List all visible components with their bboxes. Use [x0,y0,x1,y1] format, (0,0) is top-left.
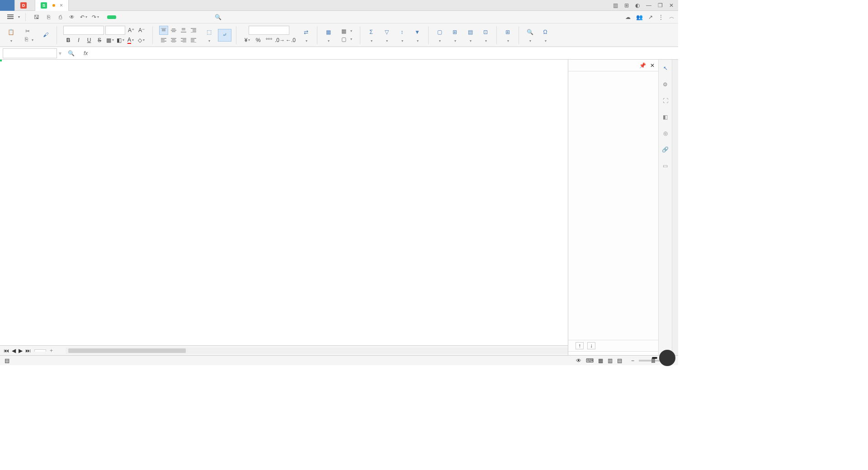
sum-button[interactable]: Σ [365,27,377,44]
tab-start[interactable] [107,15,116,19]
tab-template[interactable]: D [15,0,35,11]
clear-format-button[interactable]: ◇ [137,36,146,45]
align-center-icon[interactable] [169,36,178,45]
wrap-text-button[interactable]: ⤶ [218,29,231,42]
align-left-icon[interactable] [159,36,168,45]
dec-decimal-icon[interactable]: ←.0 [286,36,295,45]
style-icon[interactable]: ◧ [661,113,670,121]
save-as-icon[interactable]: ⎘ [45,14,52,21]
worksheet-button[interactable]: ▤ [464,27,476,44]
italic-button[interactable]: I [74,36,83,45]
status-mode-icon[interactable]: ▤ [5,357,9,364]
tab-insert[interactable] [117,15,126,19]
align-bottom-icon[interactable] [179,26,188,35]
fill-button[interactable]: ▼ [411,27,424,44]
fx-icon[interactable]: fx [84,50,88,56]
move-up-button[interactable]: ↑ [576,342,584,349]
tab-data[interactable] [147,15,156,19]
font-shrink-icon[interactable]: A⁻ [137,26,146,35]
table-tools-button[interactable]: ⊞ [501,27,514,44]
vertical-scrollbar[interactable] [672,60,678,355]
find-button[interactable]: 🔍 [524,27,536,44]
redo-icon[interactable]: ↷ [92,14,99,21]
cell-style-button[interactable]: ▢ [339,36,354,43]
format-painter-button[interactable]: 🖌 [39,29,52,41]
tab-home[interactable] [0,0,15,11]
layout-icon[interactable]: ▥ [613,2,618,9]
pointer-tool-icon[interactable]: ↖ [661,64,670,72]
border-button[interactable]: ▦ [105,36,114,45]
zoom-out-icon[interactable]: − [631,357,634,364]
target-icon[interactable]: ◎ [661,129,670,137]
indent-decrease-icon[interactable] [189,26,198,35]
inc-decimal-icon[interactable]: .0→ [275,36,284,45]
tab-layout[interactable] [127,15,136,19]
sheet-nav-first-icon[interactable]: ⏮ [4,348,9,354]
spreadsheet-grid[interactable] [0,60,568,345]
move-down-button[interactable]: ↓ [587,342,595,349]
indent-increase-icon[interactable] [189,36,198,45]
strike-button[interactable]: S [95,36,104,45]
eye-icon[interactable]: 👁 [576,357,581,364]
tab-view[interactable] [167,15,176,19]
tab-review[interactable] [157,15,166,19]
underline-button[interactable]: U [85,36,94,45]
fill-color-button[interactable]: ◧ [116,36,125,45]
sheet-nav-next-icon[interactable]: ▶ [19,348,23,354]
bold-button[interactable]: B [64,36,73,45]
comma-icon[interactable]: °°° [264,36,274,45]
horizontal-scrollbar[interactable] [66,348,568,354]
pane-close-icon[interactable]: ✕ [650,62,655,69]
cond-format-button[interactable]: ▦ [322,27,335,44]
pane-pin-icon[interactable]: 📌 [639,62,646,69]
number-format-select[interactable] [249,26,289,35]
expand-icon[interactable]: ⛶ [661,97,670,105]
print-icon[interactable]: ⎙ [57,14,64,21]
font-size-select[interactable] [105,26,125,35]
save-icon[interactable]: 🖫 [33,14,40,21]
tab-member[interactable] [187,15,196,19]
font-grow-icon[interactable]: A⁺ [127,26,136,35]
name-box-input[interactable] [3,50,57,56]
cloud-button[interactable]: ☁ [625,14,631,20]
rowcol-button[interactable]: ⊞ [448,27,461,44]
sheet-nav-prev-icon[interactable]: ◀ [12,348,16,354]
tab-efficiency[interactable] [197,15,206,19]
type-convert-button[interactable]: ⇄ [300,27,312,44]
view-normal-icon[interactable]: ▦ [598,357,603,364]
freeze-button[interactable]: ⊡ [479,27,492,44]
collapse-ribbon-icon[interactable]: ︿ [669,13,675,21]
formula-input[interactable] [92,50,678,56]
currency-icon[interactable]: ¥ [243,36,252,45]
keyboard-icon[interactable]: ⌨ [586,357,594,364]
sheet-add-button[interactable]: + [46,348,57,354]
tab-file[interactable]: S × [35,0,69,11]
view-page-icon[interactable]: ▥ [608,357,613,364]
filter-button[interactable]: ▽ [380,27,393,44]
font-name-select[interactable] [63,26,104,35]
zoom-fx-icon[interactable]: 🔍 [68,50,75,56]
copy-button[interactable]: ⎘ [22,36,35,43]
table-style-button[interactable]: ▦ [339,28,354,35]
tab-dev[interactable] [177,15,186,19]
merge-button[interactable]: ⬚ [203,27,215,44]
coop-button[interactable]: 👥 [636,14,643,20]
view-break-icon[interactable]: ▤ [617,357,622,364]
tab-formula[interactable] [137,15,146,19]
symbol-button[interactable]: Ω [539,27,552,44]
link-icon[interactable]: 🔗 [661,146,670,154]
percent-icon[interactable]: % [254,36,263,45]
command-search[interactable]: 🔍 [215,14,223,20]
user-icon[interactable]: ◐ [635,2,640,9]
book-icon[interactable]: ▭ [661,162,670,170]
align-right-icon[interactable] [179,36,188,45]
paste-button[interactable]: 📋 [5,27,17,44]
cut-button[interactable]: ✂ [23,28,33,35]
tab-close-icon[interactable]: × [60,2,63,9]
preview-icon[interactable]: 👁 [68,14,75,21]
maximize-icon[interactable]: ❐ [658,2,663,9]
settings-icon[interactable]: ⚙ [661,80,670,89]
sheet-nav-last-icon[interactable]: ⏭ [25,348,31,354]
font-color-button[interactable]: A [126,36,135,45]
align-top-icon[interactable] [159,26,168,35]
